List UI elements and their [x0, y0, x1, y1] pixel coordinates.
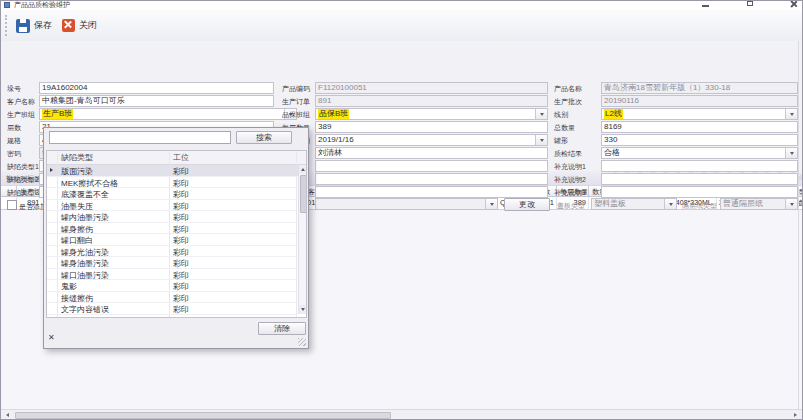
search-button[interactable]: 搜索 [236, 131, 292, 144]
defect-row-3[interactable]: 油墨失压彩印 [47, 200, 298, 212]
defect-type: 版面污染 [61, 166, 93, 177]
form-field-middle-2[interactable]: 品保B班 [315, 108, 548, 120]
defect-row-5[interactable]: 罐身擦伤彩印 [47, 223, 298, 235]
defect-row-4[interactable]: 罐内油墨污染彩印 [47, 211, 298, 223]
form-field-left-2[interactable]: 生产B班 [39, 108, 297, 120]
dropdown-button[interactable] [535, 135, 547, 145]
resize-grip-icon[interactable] [298, 338, 306, 346]
dropdown-button[interactable] [664, 199, 676, 209]
defect-row-8[interactable]: 罐身油墨污染彩印 [47, 257, 298, 269]
form-field-right-3[interactable]: 8169 [601, 121, 798, 133]
defect-type: 鬼影 [61, 281, 77, 292]
form-field-middle-1[interactable]: 891 [315, 95, 548, 107]
paper-type-combo[interactable]: 普通隔层纸 [720, 198, 798, 210]
dropdown-arrow-icon [790, 113, 794, 116]
form-label-left-4: 规格 [7, 136, 21, 145]
cover-type-value: 塑料盖板 [594, 199, 626, 209]
form-field-right-4[interactable]: 330 [601, 134, 798, 146]
save-icon [16, 19, 30, 33]
dropdown-button[interactable] [485, 199, 497, 209]
minimize-icon [702, 5, 709, 7]
form-value-right-2: L2线 [604, 109, 623, 119]
minimize-button[interactable] [701, 1, 711, 8]
scrollbar-thumb[interactable] [300, 175, 307, 213]
maximize-button[interactable] [746, 1, 756, 8]
defect-row-0[interactable]: 版面污染彩印 [47, 165, 298, 177]
form-field-middle-4[interactable]: 2019/1/16 [315, 134, 548, 146]
form-field-middle-3[interactable]: 389 [315, 121, 548, 133]
column-header-defect-type[interactable]: 缺陷类型 [61, 152, 93, 163]
form-label-left-5: 密码 [7, 149, 21, 158]
search-input[interactable] [49, 131, 231, 144]
form-field-right-8[interactable] [601, 186, 798, 198]
clear-button[interactable]: 清除 [258, 322, 306, 335]
form-field-middle-6[interactable] [315, 160, 548, 172]
form-field-right-2[interactable]: L2线 [601, 108, 798, 120]
pallet-type-combo[interactable] [315, 198, 498, 210]
defect-row-11[interactable]: 接缝擦伤彩印 [47, 292, 298, 304]
form-field-right-6[interactable] [601, 160, 798, 172]
horizontal-scrollbar[interactable] [1, 409, 802, 420]
maximize-icon [747, 1, 753, 6]
dropdown-arrow-icon [669, 203, 673, 206]
form-field-middle-0[interactable]: F1120100051 [315, 82, 548, 94]
defect-row-1[interactable]: MEK擦拭不合格彩印 [47, 177, 298, 189]
form-field-right-1[interactable]: 20190116 [601, 95, 798, 107]
form-field-middle-7[interactable] [315, 173, 548, 185]
form-label-right-8: 补充说明3 [554, 188, 586, 197]
form-field-right-0[interactable]: 青岛济南18雪碧新年版（1）330-18 [601, 82, 798, 94]
defect-station: 彩印 [173, 178, 189, 189]
form-label-right-6: 补充说明1 [554, 162, 586, 171]
defect-row-10[interactable]: 鬼影彩印 [47, 280, 298, 292]
defect-type: 罐身擦伤 [61, 224, 93, 235]
form-value-middle-0: F1120100051 [318, 83, 367, 93]
paper-type-value: 普通隔层纸 [723, 199, 763, 209]
form-field-right-5[interactable]: 合格 [601, 147, 798, 159]
save-button[interactable]: 保存 [13, 13, 55, 38]
form-label-middle-1: 生产订单 [282, 97, 310, 106]
scroll-right-icon[interactable] [790, 411, 801, 419]
app-window: 产品品质检验维护 保存 关闭 锁定 是否添加 更改 盖板类型 塑料 [0, 0, 803, 420]
popup-close-icon[interactable]: ✕ [48, 334, 55, 342]
add-pallet-checkbox[interactable] [7, 200, 17, 210]
dropdown-button[interactable] [785, 109, 797, 119]
defect-row-7[interactable]: 罐身光油污染彩印 [47, 246, 298, 258]
form-label-left-2: 生产班组 [7, 110, 35, 119]
close-window-button[interactable] [789, 1, 799, 8]
form-label-left-1: 客户名称 [7, 97, 35, 106]
dropdown-button[interactable] [785, 148, 797, 158]
form-label-middle-2: 品保班组 [282, 110, 310, 119]
form-field-left-1[interactable]: 中粮集团-青岛可口可乐 [39, 95, 274, 107]
defect-row-2[interactable]: 底漆覆盖不全彩印 [47, 188, 298, 200]
selected-row-indicator-icon [50, 168, 53, 172]
dropdown-button[interactable] [535, 109, 547, 119]
form-field-middle-5[interactable]: 刘清林 [315, 147, 548, 159]
form-label-right-0: 产品名称 [554, 84, 582, 93]
form-field-left-0[interactable]: 19A1602004 [39, 82, 274, 94]
defect-list-scrollbar[interactable] [298, 165, 307, 314]
form-value-middle-4: 2019/1/16 [318, 135, 354, 145]
defect-station: 彩印 [173, 224, 189, 235]
close-toolbar-button[interactable]: 关闭 [59, 13, 100, 38]
defect-type: 文字内容错误 [61, 304, 109, 315]
scroll-down-icon[interactable] [299, 305, 307, 314]
scrollbar-thumb[interactable] [15, 412, 391, 419]
defect-row-6[interactable]: 罐口翻白彩印 [47, 234, 298, 246]
form-label-right-4: 罐形 [554, 136, 568, 145]
defect-lookup-popup: 搜索 缺陷类型 工位 版面污染彩印MEK擦拭不合格彩印底漆覆盖不全彩印油墨失压彩… [43, 127, 309, 349]
form-value-left-0: 19A1602004 [42, 83, 87, 93]
form-field-middle-8[interactable] [315, 186, 548, 198]
defect-station: 彩印 [173, 235, 189, 246]
column-header-station[interactable]: 工位 [173, 152, 189, 163]
dropdown-arrow-icon [790, 152, 794, 155]
cover-type-combo[interactable]: 塑料盖板 [591, 198, 677, 210]
defect-row-12[interactable]: 文字内容错误彩印 [47, 303, 298, 315]
scroll-up-icon[interactable] [299, 165, 307, 174]
defect-station: 彩印 [173, 212, 189, 223]
form-field-right-7[interactable] [601, 173, 798, 185]
dropdown-button[interactable] [785, 199, 797, 209]
change-button[interactable]: 更改 [504, 198, 550, 211]
defect-station: 彩印 [173, 166, 189, 177]
scroll-left-icon[interactable] [2, 411, 13, 419]
defect-row-9[interactable]: 罐口油墨污染彩印 [47, 269, 298, 281]
